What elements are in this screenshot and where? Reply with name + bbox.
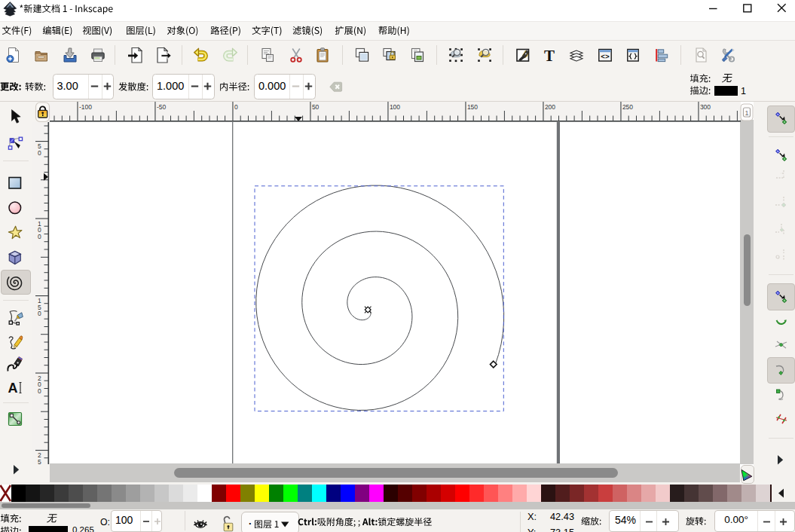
svg-text:1: 1 — [745, 109, 748, 117]
svg-text:300: 300 — [700, 103, 711, 111]
svg-text:0: 0 — [38, 233, 41, 240]
svg-text:150: 150 — [467, 103, 478, 111]
svg-text:A: A — [8, 381, 18, 396]
svg-text:0: 0 — [234, 103, 238, 111]
svg-text:0: 0 — [38, 387, 41, 395]
svg-text:50: 50 — [312, 103, 320, 111]
svg-text:<>: <> — [601, 53, 610, 61]
svg-text:0: 0 — [38, 310, 41, 317]
svg-text:T: T — [544, 47, 555, 65]
svg-text:250: 250 — [622, 103, 633, 111]
svg-text:0: 0 — [38, 149, 41, 157]
svg-text:5: 5 — [38, 458, 41, 464]
svg-text:100: 100 — [390, 103, 400, 111]
svg-text:-50: -50 — [157, 103, 167, 111]
svg-text:200: 200 — [545, 103, 555, 111]
svg-text:-100: -100 — [79, 103, 92, 111]
